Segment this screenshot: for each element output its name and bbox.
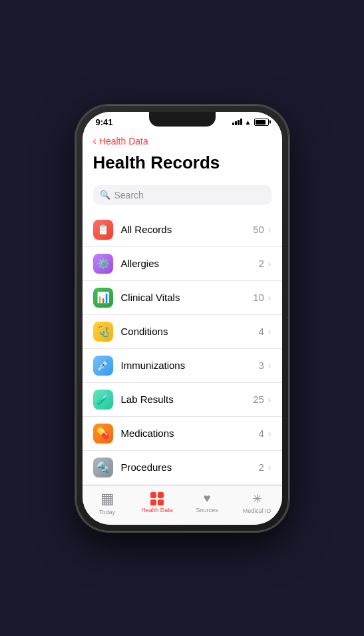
back-label: Health Data bbox=[99, 136, 148, 147]
sources-tab-icon: ♥ bbox=[204, 491, 211, 505]
search-icon: 🔍 bbox=[100, 190, 110, 200]
back-arrow-icon: ‹ bbox=[93, 135, 96, 147]
back-nav[interactable]: ‹ Health Data bbox=[83, 130, 282, 150]
procedures-icon: 🔩 bbox=[93, 458, 113, 477]
list-item[interactable]: 🩺 Conditions 4 › bbox=[83, 315, 282, 349]
medications-icon: 💊 bbox=[93, 424, 113, 444]
conditions-icon: 🩺 bbox=[93, 322, 113, 342]
notch bbox=[149, 112, 216, 127]
status-time: 9:41 bbox=[96, 117, 113, 127]
chevron-icon: › bbox=[268, 326, 272, 337]
tab-medical-id-label: Medical ID bbox=[243, 507, 272, 514]
tab-medical-id[interactable]: ✳ Medical ID bbox=[237, 491, 277, 514]
all-records-icon: 📋 bbox=[93, 220, 113, 240]
item-label: Procedures bbox=[121, 462, 259, 473]
item-count: 2 bbox=[258, 462, 264, 473]
list-item[interactable]: 📋 All Records 50 › bbox=[83, 213, 282, 247]
list-item[interactable]: 💉 Immunizations 3 › bbox=[83, 349, 282, 383]
chevron-icon: › bbox=[268, 394, 272, 405]
item-count: 10 bbox=[253, 292, 264, 303]
chevron-icon: › bbox=[268, 360, 272, 371]
chevron-icon: › bbox=[268, 258, 272, 269]
status-icons: ▲ bbox=[232, 119, 269, 126]
item-count: 50 bbox=[253, 224, 264, 235]
item-count: 3 bbox=[258, 360, 264, 371]
signal-icon bbox=[232, 119, 242, 125]
medical-id-tab-icon: ✳ bbox=[252, 491, 262, 506]
item-count: 4 bbox=[258, 428, 264, 439]
search-bar[interactable]: 🔍 Search bbox=[93, 185, 272, 205]
tab-health-data[interactable]: Health Data bbox=[137, 492, 177, 513]
item-label: Immunizations bbox=[121, 360, 259, 371]
chevron-icon: › bbox=[268, 224, 272, 235]
tab-sources[interactable]: ♥ Sources bbox=[187, 491, 227, 513]
chevron-icon: › bbox=[268, 428, 272, 439]
item-label: Lab Results bbox=[121, 394, 254, 405]
immunizations-icon: 💉 bbox=[93, 356, 113, 376]
tab-sources-label: Sources bbox=[196, 507, 218, 513]
tab-health-data-label: Health Data bbox=[141, 507, 173, 513]
item-label: Clinical Vitals bbox=[121, 292, 254, 303]
item-label: All Records bbox=[121, 224, 254, 235]
battery-icon bbox=[254, 119, 269, 126]
item-count: 2 bbox=[258, 258, 264, 269]
item-label: Allergies bbox=[121, 258, 259, 269]
tab-today-label: Today bbox=[99, 509, 115, 515]
wifi-icon: ▲ bbox=[245, 119, 252, 126]
search-placeholder: Search bbox=[114, 190, 144, 200]
list-item[interactable]: 🔩 Procedures 2 › bbox=[83, 451, 282, 484]
clinical-vitals-icon: 📊 bbox=[93, 288, 113, 308]
phone-frame: 9:41 ▲ ‹ Health Data bbox=[76, 105, 289, 531]
page-title: Health Records bbox=[93, 153, 272, 173]
page-header: Health Records bbox=[83, 150, 282, 181]
list-item[interactable]: ⚙️ Allergies 2 › bbox=[83, 247, 282, 281]
item-label: Conditions bbox=[121, 326, 259, 337]
chevron-icon: › bbox=[268, 292, 272, 303]
phone-screen: 9:41 ▲ ‹ Health Data bbox=[83, 112, 282, 525]
today-tab-icon: ▦ bbox=[100, 490, 114, 507]
records-list: 📋 All Records 50 › ⚙️ Allergies 2 › 📊 Cl… bbox=[83, 213, 282, 484]
tab-today[interactable]: ▦ Today bbox=[87, 490, 127, 515]
list-item[interactable]: 🧪 Lab Results 25 › bbox=[83, 383, 282, 417]
list-item[interactable]: 📊 Clinical Vitals 10 › bbox=[83, 281, 282, 315]
tab-bar: ▦ Today Health Data ♥ Sources ✳ Medical … bbox=[83, 485, 282, 525]
health-data-tab-icon bbox=[150, 492, 164, 505]
item-count: 25 bbox=[253, 394, 264, 405]
search-container: 🔍 Search bbox=[83, 181, 282, 213]
screen-content: ‹ Health Data Health Records 🔍 Search 📋 bbox=[83, 130, 282, 485]
chevron-icon: › bbox=[268, 462, 272, 473]
item-label: Medications bbox=[121, 428, 259, 439]
allergies-icon: ⚙️ bbox=[93, 254, 113, 274]
list-item[interactable]: 💊 Medications 4 › bbox=[83, 417, 282, 451]
item-count: 4 bbox=[258, 326, 264, 337]
lab-results-icon: 🧪 bbox=[93, 390, 113, 410]
